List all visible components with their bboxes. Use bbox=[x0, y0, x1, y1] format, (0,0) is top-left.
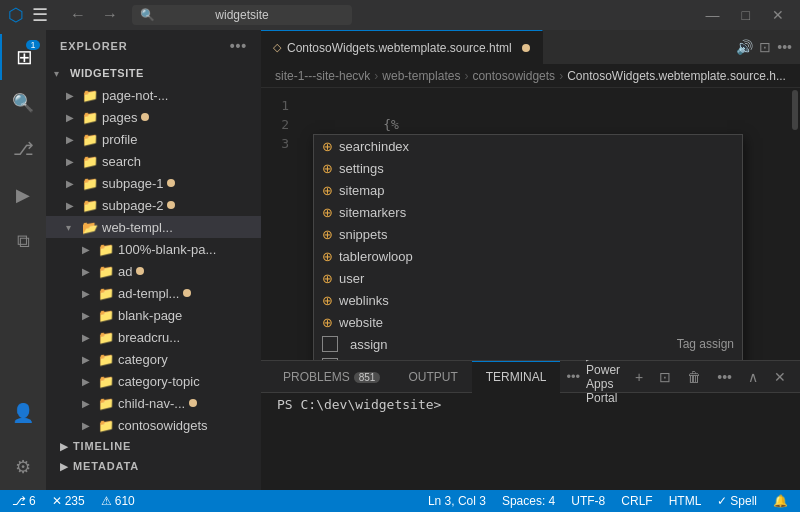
terminal-add-button[interactable]: + bbox=[629, 367, 649, 387]
terminal-close-button[interactable]: ✕ bbox=[768, 367, 792, 387]
breadcrumb: site-1---site-hecvk › web-templates › co… bbox=[261, 65, 800, 88]
autocomplete-item-tablerowloop[interactable]: ⊕ tablerowloop bbox=[314, 245, 742, 267]
breadcrumb-contosowidgets[interactable]: contosowidgets bbox=[472, 69, 555, 83]
panel-tab-terminal[interactable]: TERMINAL bbox=[472, 361, 561, 393]
sidebar-item-web-templates[interactable]: ▾ 📂 web-templ... bbox=[46, 216, 261, 238]
sidebar-item-blank-page[interactable]: ▶ 📁 blank-page bbox=[46, 304, 261, 326]
autocomplete-item-sitemap[interactable]: ⊕ sitemap bbox=[314, 179, 742, 201]
editor-action-more[interactable]: ••• bbox=[777, 39, 792, 55]
folder-icon: 📁 bbox=[98, 352, 114, 367]
folder-arrow: ▾ bbox=[66, 222, 82, 233]
activity-extensions[interactable]: ⧉ bbox=[0, 218, 46, 264]
sidebar-item-profile[interactable]: ▶ 📁 profile bbox=[46, 128, 261, 150]
warning-icon: ⚠ bbox=[101, 494, 112, 508]
sidebar-root[interactable]: ▾ WIDGETSITE bbox=[46, 62, 261, 84]
main-area: ⊞ 1 🔍 ⎇ ▶ ⧉ 👤 ⚙ EXPLORER ••• ▾ bbox=[0, 30, 800, 490]
folder-icon: 📁 bbox=[82, 176, 98, 191]
autocomplete-item-assign[interactable]: assign Tag assign bbox=[314, 333, 742, 355]
sidebar-item-search[interactable]: ▶ 📁 search bbox=[46, 150, 261, 172]
breadcrumb-web-templates[interactable]: web-templates bbox=[382, 69, 460, 83]
sidebar-item-breadcru[interactable]: ▶ 📁 breadcru... bbox=[46, 326, 261, 348]
root-arrow: ▾ bbox=[54, 68, 70, 79]
breadcrumb-site[interactable]: site-1---site-hecvk bbox=[275, 69, 370, 83]
section-arrow: ▶ bbox=[60, 441, 69, 452]
autocomplete-item-weblinks[interactable]: ⊕ weblinks bbox=[314, 289, 742, 311]
activity-settings[interactable]: ⚙ bbox=[0, 444, 46, 490]
folder-icon: 📁 bbox=[82, 154, 98, 169]
errors-label: 235 bbox=[65, 494, 85, 508]
breadcrumb-sep3: › bbox=[559, 69, 563, 83]
autocomplete-item-user[interactable]: ⊕ user bbox=[314, 267, 742, 289]
statusbar-right: Ln 3, Col 3 Spaces: 4 UTF-8 CRLF HTML ✓ … bbox=[424, 494, 792, 508]
sidebar-item-contosowidgets[interactable]: ▶ 📁 contosowidgets bbox=[46, 414, 261, 436]
activity-explorer[interactable]: ⊞ 1 bbox=[0, 34, 46, 80]
folder-arrow: ▶ bbox=[66, 156, 82, 167]
sidebar-item-ad-templ[interactable]: ▶ 📁 ad-templ... bbox=[46, 282, 261, 304]
terminal-label: TERMINAL bbox=[486, 370, 547, 384]
maximize-button[interactable]: □ bbox=[734, 5, 758, 25]
close-button[interactable]: ✕ bbox=[764, 5, 792, 25]
sidebar-item-pages[interactable]: ▶ 📁 pages bbox=[46, 106, 261, 128]
line-ending-item[interactable]: CRLF bbox=[617, 494, 656, 508]
sidebar-item-subpage2[interactable]: ▶ 📁 subpage-2 bbox=[46, 194, 261, 216]
sidebar-item-subpage1[interactable]: ▶ 📁 subpage-1 bbox=[46, 172, 261, 194]
spell-item[interactable]: ✓ Spell bbox=[713, 494, 761, 508]
editor-action-split[interactable]: ⊡ bbox=[759, 39, 771, 55]
terminal-trash-button[interactable]: 🗑 bbox=[681, 367, 707, 387]
autocomplete-item-snippets[interactable]: ⊕ snippets bbox=[314, 223, 742, 245]
autocomplete-item-website[interactable]: ⊕ website bbox=[314, 311, 742, 333]
item-hint: Button-Component bbox=[633, 359, 734, 360]
item-label: ad-templ... bbox=[118, 286, 179, 301]
terminal-chevron-up-button[interactable]: ∧ bbox=[742, 367, 764, 387]
editor-action-audio[interactable]: 🔊 bbox=[736, 39, 753, 55]
errors-item[interactable]: ✕ 235 bbox=[48, 494, 89, 508]
forward-button[interactable]: → bbox=[96, 4, 124, 26]
timeline-section[interactable]: ▶ TIMELINE bbox=[46, 436, 261, 456]
sidebar-item-child-nav[interactable]: ▶ 📁 child-nav-... bbox=[46, 392, 261, 414]
sidebar-item-ad[interactable]: ▶ 📁 ad bbox=[46, 260, 261, 282]
activity-source-control[interactable]: ⎇ bbox=[0, 126, 46, 172]
activity-accounts[interactable]: 👤 bbox=[0, 390, 46, 436]
item-label: subpage-1 bbox=[102, 176, 163, 191]
sidebar-item-category-topic[interactable]: ▶ 📁 category-topic bbox=[46, 370, 261, 392]
back-button[interactable]: ← bbox=[64, 4, 92, 26]
spaces-item[interactable]: Spaces: 4 bbox=[498, 494, 559, 508]
item-label: contosowidgets bbox=[118, 418, 208, 433]
search-wrap: 🔍 bbox=[132, 5, 352, 25]
autocomplete-item-button-component[interactable]: button-component Button-Component bbox=[314, 355, 742, 360]
sidebar-more-icon[interactable]: ••• bbox=[230, 38, 247, 54]
panel-more-icon[interactable]: ••• bbox=[560, 369, 586, 384]
menu-icon[interactable]: ☰ bbox=[32, 4, 48, 26]
search-icon: 🔍 bbox=[12, 92, 34, 114]
breadcrumb-file[interactable]: ContosoWidgets.webtemplate.source.h... bbox=[567, 69, 786, 83]
folder-arrow: ▶ bbox=[82, 288, 98, 299]
autocomplete-item-searchindex[interactable]: ⊕ searchindex bbox=[314, 135, 742, 157]
liquid-icon: ⊕ bbox=[322, 249, 333, 264]
editor-tab-active[interactable]: ◇ ContosoWidgets.webtemplate.source.html bbox=[261, 30, 543, 65]
metadata-section[interactable]: ▶ METADATA bbox=[46, 456, 261, 476]
titlebar-search-input[interactable] bbox=[132, 5, 352, 25]
ln-col-item[interactable]: Ln 3, Col 3 bbox=[424, 494, 490, 508]
warnings-item[interactable]: ⚠ 610 bbox=[97, 494, 139, 508]
sidebar-item-100blank[interactable]: ▶ 📁 100%-blank-pa... bbox=[46, 238, 261, 260]
item-label: tablerowloop bbox=[339, 249, 734, 264]
autocomplete-item-settings[interactable]: ⊕ settings bbox=[314, 157, 742, 179]
activity-run[interactable]: ▶ bbox=[0, 172, 46, 218]
folder-icon: 📁 bbox=[98, 396, 114, 411]
encoding-item[interactable]: UTF-8 bbox=[567, 494, 609, 508]
terminal-content[interactable]: PS C:\dev\widgetsite> bbox=[261, 393, 800, 490]
git-branch-item[interactable]: ⎇ 6 bbox=[8, 494, 40, 508]
terminal-split-button[interactable]: ⊡ bbox=[653, 367, 677, 387]
language-item[interactable]: HTML bbox=[665, 494, 706, 508]
activity-search[interactable]: 🔍 bbox=[0, 80, 46, 126]
minimize-button[interactable]: — bbox=[698, 5, 728, 25]
autocomplete-dropdown: ⊕ searchindex ⊕ settings ⊕ sitemap ⊕ sit… bbox=[313, 134, 743, 360]
autocomplete-item-sitemarkers[interactable]: ⊕ sitemarkers bbox=[314, 201, 742, 223]
sidebar-item-page-not[interactable]: ▶ 📁 page-not-... bbox=[46, 84, 261, 106]
feedback-item[interactable]: 🔔 bbox=[769, 494, 792, 508]
sidebar-item-category[interactable]: ▶ 📁 category bbox=[46, 348, 261, 370]
panel-tab-output[interactable]: OUTPUT bbox=[394, 361, 471, 393]
terminal-more-button[interactable]: ••• bbox=[711, 367, 738, 387]
panel-tab-problems[interactable]: PROBLEMS 851 bbox=[269, 361, 394, 393]
editor-scrollbar[interactable] bbox=[790, 88, 800, 360]
